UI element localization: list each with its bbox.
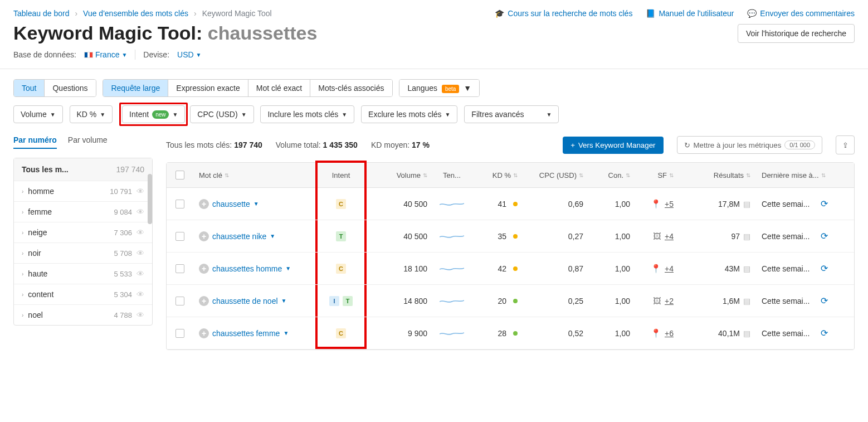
currency-selector[interactable]: USD ▼ bbox=[177, 50, 201, 59]
chevron-right-icon: › bbox=[22, 188, 23, 195]
link-feedback[interactable]: 💬Envoyer des commentaires bbox=[747, 9, 855, 18]
tab-broad[interactable]: Requête large bbox=[103, 80, 168, 96]
sort-icon: ⇅ bbox=[746, 172, 750, 178]
serp-icon[interactable]: ▤ bbox=[743, 232, 750, 241]
chevron-down-icon[interactable]: ▼ bbox=[285, 265, 291, 271]
group-item[interactable]: › homme 10 791 👁 bbox=[14, 181, 152, 201]
tab-by-number[interactable]: Par numéro bbox=[13, 135, 57, 149]
keyword-link[interactable]: chaussette nike bbox=[212, 232, 266, 241]
cell-updated: Cette semai... bbox=[762, 329, 810, 338]
col-cpc[interactable]: CPC (USD)⇅ bbox=[523, 163, 589, 187]
tab-phrase[interactable]: Expression exacte bbox=[168, 80, 248, 96]
export-button[interactable]: ⇪ bbox=[836, 135, 855, 154]
history-button[interactable]: Voir l'historique de recherche bbox=[738, 24, 855, 43]
serp-icon[interactable]: ▤ bbox=[743, 329, 750, 338]
serp-icon[interactable]: ▤ bbox=[743, 200, 750, 208]
keyword-link[interactable]: chaussette bbox=[212, 200, 250, 208]
eye-icon[interactable]: 👁 bbox=[136, 228, 144, 237]
group-item[interactable]: › neige 7 306 👁 bbox=[14, 222, 152, 242]
filter-exclude[interactable]: Exclure les mots clés▼ bbox=[361, 105, 457, 123]
chevron-down-icon[interactable]: ▼ bbox=[270, 233, 275, 239]
eye-icon[interactable]: 👁 bbox=[136, 207, 144, 216]
row-checkbox[interactable] bbox=[175, 264, 184, 273]
filter-cpc[interactable]: CPC (USD)▼ bbox=[190, 105, 253, 123]
refresh-row-icon[interactable]: ⟳ bbox=[821, 295, 828, 306]
add-keyword-icon[interactable]: + bbox=[199, 296, 209, 306]
group-item[interactable]: › noel 4 788 👁 bbox=[14, 304, 152, 325]
group-item[interactable]: › haute 5 533 👁 bbox=[14, 263, 152, 284]
serp-icon[interactable]: ▤ bbox=[743, 264, 750, 273]
chevron-down-icon[interactable]: ▼ bbox=[253, 201, 259, 207]
tab-questions[interactable]: Questions bbox=[45, 80, 95, 96]
row-checkbox[interactable] bbox=[175, 232, 184, 241]
row-checkbox[interactable] bbox=[175, 329, 184, 338]
tab-by-volume[interactable]: Par volume bbox=[68, 135, 108, 149]
cell-com: 1,00 bbox=[589, 321, 636, 346]
tab-exact[interactable]: Mot clé exact bbox=[248, 80, 310, 96]
refresh-row-icon[interactable]: ⟳ bbox=[821, 198, 828, 209]
group-all[interactable]: Tous les m... 197 740 bbox=[14, 158, 152, 181]
group-item[interactable]: › content 5 304 👁 bbox=[14, 284, 152, 304]
chevron-down-icon[interactable]: ▼ bbox=[281, 298, 287, 304]
refresh-row-icon[interactable]: ⟳ bbox=[821, 328, 828, 338]
serp-feature-more[interactable]: +5 bbox=[665, 200, 674, 208]
scrollbar-thumb[interactable] bbox=[148, 174, 152, 224]
add-keyword-icon[interactable]: + bbox=[199, 231, 209, 241]
filter-volume[interactable]: Volume▼ bbox=[13, 105, 63, 123]
keyword-link[interactable]: chaussette de noel bbox=[212, 297, 278, 305]
link-course[interactable]: 🎓Cours sur la recherche de mots clés bbox=[495, 9, 632, 18]
table-row: + chaussette nike ▼ T 40 500 35 0,27 1,0… bbox=[167, 220, 854, 253]
breadcrumb-dashboard[interactable]: Tableau de bord bbox=[13, 9, 69, 18]
eye-icon[interactable]: 👁 bbox=[136, 311, 144, 319]
refresh-row-icon[interactable]: ⟳ bbox=[821, 231, 828, 241]
eye-icon[interactable]: 👁 bbox=[136, 290, 144, 299]
col-sf[interactable]: SF⇅ bbox=[636, 163, 679, 187]
plus-icon: + bbox=[570, 141, 575, 149]
serp-feature-more[interactable]: +2 bbox=[665, 297, 674, 305]
col-keyword[interactable]: Mot clé⇅ bbox=[193, 163, 315, 187]
col-volume[interactable]: Volume⇅ bbox=[367, 163, 433, 187]
refresh-row-icon[interactable]: ⟳ bbox=[821, 263, 828, 274]
serp-feature-more[interactable]: +4 bbox=[665, 232, 674, 241]
eye-icon[interactable]: 👁 bbox=[136, 269, 144, 278]
col-results[interactable]: Résultats⇅ bbox=[679, 163, 756, 187]
serp-icon[interactable]: ▤ bbox=[743, 297, 750, 305]
col-updated[interactable]: Dernière mise à...⇅ bbox=[756, 163, 840, 187]
row-checkbox[interactable] bbox=[175, 200, 184, 208]
keyword-manager-button[interactable]: +Vers Keyword Manager bbox=[563, 137, 663, 154]
filter-intent[interactable]: Intent new ▼ bbox=[122, 105, 185, 123]
link-manual[interactable]: 📘Manuel de l'utilisateur bbox=[646, 9, 734, 18]
col-trend[interactable]: Ten... bbox=[433, 163, 471, 187]
cell-cpc: 0,52 bbox=[523, 321, 589, 346]
keyword-link[interactable]: chaussettes femme bbox=[212, 329, 280, 338]
add-keyword-icon[interactable]: + bbox=[199, 264, 209, 274]
db-selector[interactable]: France ▼ bbox=[84, 50, 127, 59]
filter-include[interactable]: Inclure les mots clés▼ bbox=[260, 105, 354, 123]
tab-all[interactable]: Tout bbox=[14, 80, 45, 96]
breadcrumb-overview[interactable]: Vue d'ensemble des mots clés bbox=[83, 9, 188, 18]
chevron-down-icon[interactable]: ▼ bbox=[283, 330, 289, 336]
intent-badge-t: T bbox=[336, 231, 346, 241]
eye-icon[interactable]: 👁 bbox=[136, 249, 144, 258]
add-keyword-icon[interactable]: + bbox=[199, 199, 209, 209]
col-intent[interactable]: Intent bbox=[315, 163, 367, 187]
filter-kd[interactable]: KD %▼ bbox=[70, 105, 113, 123]
serp-feature-more[interactable]: +6 bbox=[665, 329, 674, 338]
serp-feature-more[interactable]: +4 bbox=[665, 264, 674, 273]
keyword-link[interactable]: chaussettes homme bbox=[212, 264, 282, 273]
select-all-checkbox[interactable] bbox=[175, 171, 184, 180]
tab-related[interactable]: Mots-clés associés bbox=[310, 80, 392, 96]
group-item[interactable]: › femme 9 084 👁 bbox=[14, 201, 152, 222]
col-com[interactable]: Con.⇅ bbox=[589, 163, 636, 187]
eye-icon[interactable]: 👁 bbox=[136, 187, 144, 196]
book-icon: 📘 bbox=[646, 9, 655, 18]
tab-langs[interactable]: Langues beta ▼ bbox=[399, 80, 479, 96]
cell-volume: 40 500 bbox=[367, 224, 433, 249]
update-metrics-button[interactable]: ↻ Mettre à jour les métriques 0/1 000 bbox=[677, 136, 822, 154]
group-count: 5 304 bbox=[114, 290, 132, 299]
group-item[interactable]: › noir 5 708 👁 bbox=[14, 242, 152, 263]
filter-advanced[interactable]: Filtres avancés▼ bbox=[464, 105, 559, 123]
row-checkbox[interactable] bbox=[175, 297, 184, 305]
col-kd[interactable]: KD %⇅ bbox=[471, 163, 523, 187]
add-keyword-icon[interactable]: + bbox=[199, 328, 209, 338]
